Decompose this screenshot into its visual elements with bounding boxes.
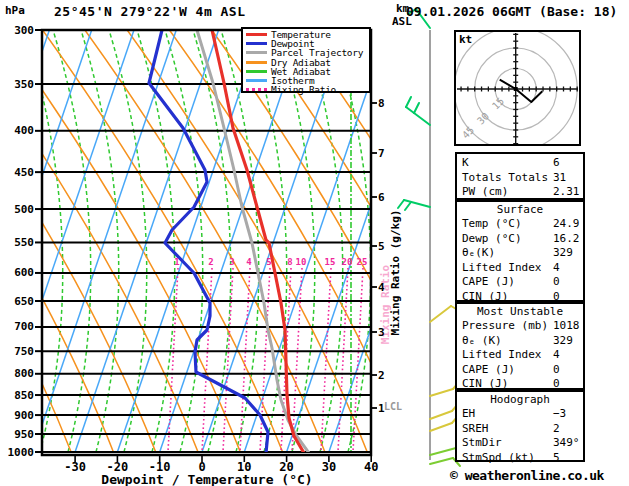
stats-row-label: CAPE (J) <box>462 363 515 378</box>
stats-row: Temp (°C)24.9 <box>457 217 583 232</box>
stats-row-label: θₑ(K) <box>462 246 495 261</box>
stats-row-value: 1018 <box>553 319 580 334</box>
wind-barb <box>406 97 430 125</box>
temp-tick-label: -10 <box>140 460 180 474</box>
stats-row: CAPE (J)0 <box>457 275 583 290</box>
pressure-tick-label: 350 <box>2 78 34 91</box>
mixing-ratio-value-label: 25 <box>351 257 373 267</box>
stats-row-value: 329 <box>553 334 573 349</box>
km-tick-label: 3 <box>378 326 385 339</box>
km-tick-label: 1 <box>378 402 385 415</box>
stats-row-label: EH <box>462 407 475 422</box>
pressure-tick-label: 950 <box>2 428 34 441</box>
stats-row-label: StmSpd (kt) <box>462 451 535 466</box>
temp-tick-label: 40 <box>351 460 391 474</box>
pressure-axis-unit: hPa <box>5 4 25 17</box>
stats-row-value: 6 <box>553 156 560 171</box>
pressure-tick-label: 550 <box>2 236 34 249</box>
pressure-tick-label: 500 <box>2 203 34 216</box>
pressure-tick-label: 400 <box>2 124 34 137</box>
stats-row-label: Temp (°C) <box>462 217 522 232</box>
temp-tick-label: 0 <box>182 460 222 474</box>
temp-tick-label: 20 <box>267 460 307 474</box>
km-tick-label: 5 <box>378 240 385 253</box>
mixing-ratio-axis-label: Mixing Ratio (g/kg) <box>389 208 402 338</box>
station-title: 25°45'N 279°22'W 4m ASL <box>54 4 246 19</box>
pressure-tick-label: 1000 <box>2 446 34 459</box>
stats-row-label: Lifted Index <box>462 348 541 363</box>
mixing-ratio-value-label: 10 <box>290 257 312 267</box>
run-datetime: 09.01.2026 06GMT (Base: 18) <box>406 4 617 19</box>
stats-row-value: −3 <box>553 407 566 422</box>
stats-row: StmSpd (kt)5 <box>457 451 583 466</box>
sounding-chart-page: hPa 25°45'N 279°22'W 4m ASL km ASL 09.01… <box>0 0 629 486</box>
stats-row-value: 2 <box>553 422 560 437</box>
pressure-tick-label: 900 <box>2 409 34 422</box>
stats-box-surface: SurfaceTemp (°C)24.9Dewp (°C)16.2θₑ(K)32… <box>455 200 585 302</box>
stats-row-value: 4 <box>553 348 560 363</box>
stats-row: Totals Totals31 <box>457 171 583 186</box>
stats-row-label: Totals Totals <box>462 171 548 186</box>
legend-swatch-wet-adiabat <box>246 70 267 73</box>
km-tick-label: 2 <box>378 369 385 382</box>
stats-row: SREH2 <box>457 422 583 437</box>
pressure-tick-label: 600 <box>2 266 34 279</box>
wind-barb <box>430 404 458 419</box>
stats-row-value: 349° <box>553 436 580 451</box>
hodograph-unit-label: kt <box>459 33 472 46</box>
stats-row: EH−3 <box>457 407 583 422</box>
stats-row: Pressure (mb)1018 <box>457 319 583 334</box>
stats-row-value: 24.9 <box>553 217 580 232</box>
wind-barb <box>430 306 458 322</box>
temp-tick-label: -20 <box>97 460 137 474</box>
stats-row: Lifted Index4 <box>457 348 583 363</box>
stats-box-header: Most Unstable <box>457 304 583 319</box>
legend-item: Mixing Ratio <box>243 85 369 94</box>
legend-label: Mixing Ratio <box>271 85 336 94</box>
km-tick-label: 7 <box>378 147 385 160</box>
km-tick-label: 8 <box>378 97 385 110</box>
stats-row-label: Dewp (°C) <box>462 232 522 247</box>
stats-box-most-unstable: Most UnstablePressure (mb)1018θₑ (K)329L… <box>455 302 585 390</box>
legend-swatch-mixing-ratio <box>246 88 267 91</box>
stats-box-header: Surface <box>457 202 583 217</box>
temp-axis-title: Dewpoint / Temperature (°C) <box>42 472 372 486</box>
stats-row-value: 0 <box>553 363 560 378</box>
km-tick-label: 4 <box>378 281 385 294</box>
legend-swatch-parcel-trajectory <box>246 51 267 54</box>
stats-box: K6Totals Totals31PW (cm)2.31 <box>455 152 585 200</box>
pressure-tick-label: 700 <box>2 320 34 333</box>
stats-row-label: Pressure (mb) <box>462 319 548 334</box>
temp-tick-label: -30 <box>55 460 95 474</box>
stats-row-value: 0 <box>553 275 560 290</box>
stats-row-value: 16.2 <box>553 232 580 247</box>
stats-row-label: K <box>462 156 469 171</box>
stats-row: PW (cm)2.31 <box>457 185 583 200</box>
mixing-ratio-value-label: 4 <box>238 257 260 267</box>
stats-row-value: 31 <box>553 171 566 186</box>
site-credit: © weatheronline.co.uk <box>450 468 604 483</box>
wind-barb <box>398 200 430 210</box>
stats-row-label: CAPE (J) <box>462 275 515 290</box>
pressure-tick-label: 300 <box>2 24 34 37</box>
stats-row: θₑ (K)329 <box>457 334 583 349</box>
mixing-ratio-value-label: 1 <box>166 257 188 267</box>
temp-tick-label: 30 <box>309 460 349 474</box>
legend-swatch-temperature <box>246 33 267 36</box>
km-tick-label: 6 <box>378 191 385 204</box>
stats-box-hodograph: HodographEH−3SREH2StmDir349°StmSpd (kt)5 <box>455 390 585 462</box>
legend-box: TemperatureDewpointParcel TrajectoryDry … <box>241 27 371 93</box>
pressure-tick-label: 450 <box>2 166 34 179</box>
stats-row-label: θₑ (K) <box>462 334 502 349</box>
stats-row: CAPE (J)0 <box>457 363 583 378</box>
stats-row: Dewp (°C)16.2 <box>457 232 583 247</box>
mixing-ratio-value-label: 5 <box>258 257 280 267</box>
stats-row-label: StmDir <box>462 436 502 451</box>
mixing-ratio-value-label: 2 <box>200 257 222 267</box>
legend-swatch-dewpoint <box>246 42 267 45</box>
stats-row-value: 2.31 <box>553 185 580 200</box>
stats-box-header: Hodograph <box>457 392 583 407</box>
stats-row: Lifted Index4 <box>457 261 583 276</box>
pressure-tick-label: 800 <box>2 367 34 380</box>
stats-row: θₑ(K)329 <box>457 246 583 261</box>
